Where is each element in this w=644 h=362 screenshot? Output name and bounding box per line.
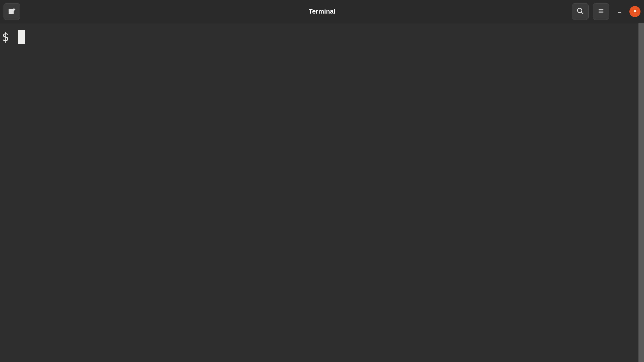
scrollbar[interactable] bbox=[638, 23, 644, 362]
menu-button[interactable] bbox=[593, 3, 609, 20]
terminal-content[interactable]: $ bbox=[2, 30, 642, 355]
hamburger-icon bbox=[597, 8, 605, 15]
shell-prompt: $ bbox=[2, 30, 16, 44]
svg-point-1 bbox=[578, 8, 582, 13]
terminal-window: Terminal bbox=[0, 0, 644, 362]
titlebar: Terminal bbox=[0, 0, 644, 23]
close-button[interactable] bbox=[629, 6, 640, 17]
cursor bbox=[18, 30, 25, 44]
prompt-line: $ bbox=[2, 30, 642, 44]
new-tab-icon bbox=[8, 7, 16, 16]
titlebar-left bbox=[4, 3, 20, 20]
svg-line-2 bbox=[581, 12, 583, 14]
scrollbar-thumb[interactable] bbox=[638, 23, 644, 362]
window-title: Terminal bbox=[309, 8, 335, 15]
titlebar-right bbox=[572, 3, 640, 20]
terminal-area[interactable]: $ bbox=[0, 23, 644, 362]
new-tab-button[interactable] bbox=[4, 3, 20, 20]
minimize-button[interactable] bbox=[613, 6, 625, 18]
close-icon bbox=[633, 9, 637, 14]
minimize-icon bbox=[617, 8, 622, 16]
search-icon bbox=[577, 7, 584, 16]
search-button[interactable] bbox=[572, 3, 589, 20]
